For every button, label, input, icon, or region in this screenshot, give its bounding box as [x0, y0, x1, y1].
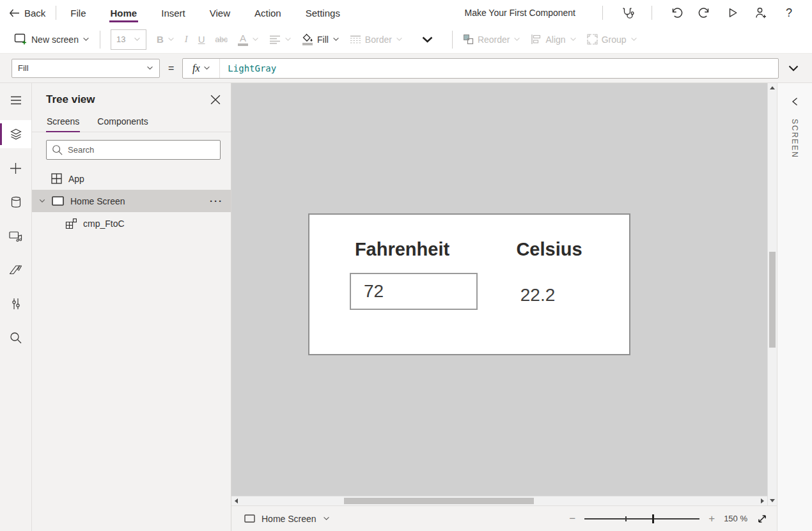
- app-screen-canvas[interactable]: Fahrenheit Celsius 72 22.2: [231, 83, 767, 496]
- italic-label: I: [185, 34, 188, 45]
- border-button[interactable]: Border: [345, 29, 408, 50]
- close-icon[interactable]: [210, 95, 221, 105]
- tree-view-tabs: Screens Components: [32, 110, 231, 132]
- chevron-down-icon: [513, 37, 520, 42]
- tab-components[interactable]: Components: [97, 112, 148, 132]
- tree-item-cmp-ftoc[interactable]: cmp_FtoC: [32, 212, 231, 235]
- fahrenheit-text-input[interactable]: 72: [350, 273, 478, 310]
- menu-action[interactable]: Action: [253, 2, 283, 24]
- menu-home[interactable]: Home: [109, 2, 139, 24]
- undo-icon: [670, 6, 683, 19]
- text-align-button[interactable]: [264, 29, 297, 50]
- menu-view[interactable]: View: [208, 2, 231, 24]
- formula-input-bar: fx: [182, 58, 779, 79]
- app-checker-button[interactable]: [620, 5, 635, 20]
- border-label: Border: [365, 35, 392, 45]
- new-screen-button[interactable]: New screen: [9, 29, 95, 50]
- menu-insert[interactable]: Insert: [160, 2, 187, 24]
- scroll-up-arrow-icon[interactable]: [770, 86, 775, 89]
- insert-plus-icon: [10, 162, 22, 174]
- fill-button[interactable]: Fill: [297, 29, 345, 50]
- fx-icon: fx: [192, 63, 200, 74]
- help-button[interactable]: ?: [781, 5, 797, 20]
- share-button[interactable]: [753, 5, 769, 20]
- italic-button[interactable]: I: [180, 29, 193, 50]
- group-icon: [587, 34, 598, 45]
- screen-icon: [244, 514, 255, 523]
- font-size-combobox[interactable]: 13: [111, 29, 146, 50]
- redo-button[interactable]: [697, 5, 712, 20]
- chevron-down-icon: [630, 37, 637, 42]
- menu-file[interactable]: File: [69, 2, 87, 24]
- zoom-slider-handle[interactable]: [652, 514, 654, 523]
- rail-tree-view-button[interactable]: [0, 120, 31, 148]
- rail-advanced-tools-button[interactable]: [0, 289, 31, 318]
- toolbar-overflow-button[interactable]: [417, 29, 438, 50]
- horizontal-scrollbar-thumb[interactable]: [344, 498, 534, 504]
- celsius-header-label: Celsius: [479, 239, 620, 260]
- preview-play-icon: [727, 7, 738, 19]
- chevron-down-icon: [252, 37, 259, 42]
- zoom-percent-label: 150 %: [724, 514, 747, 523]
- fx-dropdown[interactable]: fx: [183, 59, 220, 78]
- fill-label: Fill: [317, 35, 329, 45]
- chevron-down-icon: [203, 66, 210, 70]
- font-color-icon: A: [238, 33, 248, 46]
- property-name: Fill: [18, 63, 29, 73]
- component-icon: [65, 218, 77, 229]
- formula-input[interactable]: [220, 59, 778, 78]
- tree-item-home-screen[interactable]: Home Screen ···: [32, 190, 231, 212]
- rail-hamburger-button[interactable]: [0, 86, 31, 114]
- tree-view-panel: Tree view Screens Components App Home Sc…: [32, 83, 231, 531]
- right-properties-rail: SCREEN: [777, 83, 812, 531]
- redo-icon: [698, 6, 711, 19]
- chevron-down-icon[interactable]: [39, 199, 45, 203]
- scroll-left-arrow-icon[interactable]: [235, 498, 238, 504]
- bold-button[interactable]: B: [152, 29, 180, 50]
- tree-view-header: Tree view: [32, 83, 231, 110]
- vertical-scrollbar[interactable]: [767, 83, 777, 505]
- rail-insert-button[interactable]: [0, 154, 31, 182]
- ftoc-component[interactable]: Fahrenheit Celsius 72 22.2: [308, 213, 630, 355]
- horizontal-scrollbar[interactable]: [231, 496, 767, 505]
- tab-screens[interactable]: Screens: [46, 112, 80, 132]
- menu-bar: File Home Insert View Action Settings: [69, 2, 341, 24]
- rail-power-automate-button[interactable]: [0, 256, 31, 284]
- menu-settings[interactable]: Settings: [304, 2, 341, 24]
- zoom-slider[interactable]: [584, 514, 699, 524]
- group-button[interactable]: Group: [582, 29, 643, 50]
- media-icon: [9, 230, 22, 242]
- reorder-button[interactable]: Reorder: [458, 29, 526, 50]
- undo-button[interactable]: [669, 5, 684, 20]
- rail-media-button[interactable]: [0, 222, 31, 250]
- app-icon: [51, 173, 62, 184]
- screen-selector-dropdown[interactable]: Home Screen: [244, 514, 330, 524]
- fahrenheit-header-label: Fahrenheit: [332, 239, 472, 260]
- preview-button[interactable]: [725, 5, 740, 20]
- formula-bar-expand-button[interactable]: [784, 59, 803, 78]
- chevron-down-icon: [82, 37, 90, 42]
- chevron-left-icon[interactable]: [792, 97, 798, 106]
- scroll-right-arrow-icon[interactable]: [761, 498, 764, 504]
- align-button[interactable]: Align: [526, 29, 581, 50]
- zoom-out-button[interactable]: −: [569, 513, 575, 524]
- property-selector[interactable]: Fill: [12, 59, 160, 78]
- tree-item-label: cmp_FtoC: [83, 219, 125, 229]
- back-button[interactable]: Back: [9, 8, 45, 19]
- font-color-button[interactable]: A: [233, 29, 264, 50]
- rail-data-button[interactable]: [0, 188, 31, 216]
- vertical-scrollbar-thumb[interactable]: [769, 252, 776, 348]
- zoom-in-button[interactable]: +: [708, 513, 715, 524]
- item-options-button[interactable]: ···: [210, 196, 223, 206]
- scroll-down-arrow-icon[interactable]: [770, 499, 775, 502]
- canvas-column: Fahrenheit Celsius 72 22.2: [231, 83, 777, 531]
- chevron-down-icon: [396, 37, 403, 42]
- strikethrough-button[interactable]: abc: [210, 29, 233, 50]
- rail-search-button[interactable]: [0, 323, 31, 351]
- tree-item-label: App: [68, 174, 84, 184]
- fit-to-window-icon[interactable]: [756, 513, 768, 525]
- screen-panel-label[interactable]: SCREEN: [790, 119, 799, 158]
- tree-item-app[interactable]: App: [32, 167, 231, 190]
- underline-button[interactable]: U: [193, 29, 210, 50]
- search-input[interactable]: [68, 145, 215, 155]
